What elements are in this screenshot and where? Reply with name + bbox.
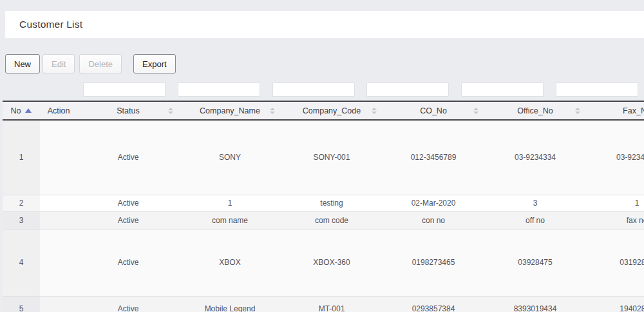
filter-cell-co-no (361, 83, 455, 97)
cell-action (40, 211, 77, 229)
cell-co-no: 0198273465 (383, 229, 484, 296)
filter-company-name-input[interactable] (178, 83, 260, 97)
cell-co-no: 02-Mar-2020 (383, 195, 484, 211)
table-row[interactable]: 1 Active SONY SONY-001 012-3456789 03-92… (3, 120, 644, 195)
cell-company-name: com name (179, 211, 281, 229)
cell-fax-no: 03-9234334 (586, 120, 644, 195)
column-header-company-code[interactable]: Company_Code (281, 101, 383, 120)
filter-status-input[interactable] (83, 83, 166, 97)
column-header-co-no[interactable]: CO_No (383, 101, 484, 120)
cell-fax-no: 03192845 (586, 229, 644, 296)
column-header-fax-no[interactable]: Fax_No (586, 101, 644, 120)
column-header-office-no[interactable]: Office_No (484, 101, 586, 120)
sort-icon (575, 108, 580, 114)
column-filter-row (3, 83, 644, 97)
export-button[interactable]: Export (133, 54, 176, 73)
filter-company-code-input[interactable] (272, 83, 355, 97)
column-label: No (11, 106, 21, 115)
edit-button[interactable]: Edit (43, 54, 75, 73)
cell-office-no: off no (484, 211, 586, 229)
cell-action (40, 229, 77, 296)
cell-co-no: con no (383, 211, 484, 229)
filter-cell-fax-no (549, 83, 644, 97)
column-label: Company_Code (303, 106, 361, 115)
filter-fax-no-input[interactable] (556, 83, 638, 97)
column-label: Action (48, 106, 70, 115)
cell-status: Active (77, 296, 179, 312)
cell-office-no: 3 (484, 195, 586, 211)
cell-no: 4 (3, 229, 40, 296)
delete-button[interactable]: Delete (79, 54, 122, 73)
column-label: Office_No (517, 106, 553, 115)
filter-office-no-input[interactable] (461, 83, 544, 97)
filter-cell-status (77, 83, 172, 97)
table-row[interactable]: 4 Active XBOX XBOX-360 0198273465 039284… (3, 229, 644, 296)
customer-list-screen: Customer List New Edit Delete Export (0, 0, 644, 312)
cell-action (40, 195, 77, 211)
cell-fax-no: 19402843 (586, 296, 644, 312)
column-label: CO_No (420, 106, 447, 115)
cell-no: 1 (3, 120, 40, 195)
filter-cell-office-no (455, 83, 550, 97)
cell-no: 5 (3, 296, 40, 312)
cell-status: Active (77, 120, 179, 195)
new-button[interactable]: New (5, 54, 40, 73)
cell-action (40, 296, 77, 312)
cell-office-no: 8393019434 (484, 296, 586, 312)
table-row[interactable]: 5 Active Mobile Legend MT-001 0293857384… (3, 296, 644, 312)
cell-company-code: testing (281, 195, 383, 211)
filter-cell-company-code (266, 83, 361, 97)
cell-co-no: 012-3456789 (383, 120, 484, 195)
cell-company-code: XBOX-360 (281, 229, 383, 296)
cell-fax-no: 1 (586, 195, 644, 211)
cell-status: Active (77, 211, 179, 229)
cell-company-name: 1 (179, 195, 281, 211)
cell-company-name: SONY (179, 120, 281, 195)
cell-company-name: Mobile Legend (179, 296, 281, 312)
customer-table: No Action Status Company_Name Company_ (3, 101, 644, 312)
column-label: Fax_No (623, 106, 644, 115)
cell-company-name: XBOX (179, 229, 281, 296)
title-bar: Customer List (5, 11, 644, 38)
filter-cell-company-name (172, 83, 267, 97)
cell-status: Active (77, 195, 179, 211)
column-label: Status (117, 106, 139, 115)
sort-icon (270, 108, 275, 114)
cell-no: 2 (3, 195, 40, 211)
sort-icon (473, 108, 478, 114)
cell-co-no: 0293857384 (383, 296, 484, 312)
cell-company-code: com code (281, 211, 383, 229)
cell-no: 3 (3, 211, 40, 229)
column-header-action[interactable]: Action (40, 101, 77, 120)
sort-icon (168, 108, 173, 114)
cell-status: Active (77, 229, 179, 296)
cell-action (40, 120, 77, 195)
header-row: No Action Status Company_Name Company_ (3, 101, 644, 120)
column-header-company-name[interactable]: Company_Name (179, 101, 281, 120)
column-header-no[interactable]: No (3, 101, 40, 120)
toolbar: New Edit Delete Export (5, 54, 644, 73)
filter-co-no-input[interactable] (366, 83, 449, 97)
cell-company-code: SONY-001 (281, 120, 383, 195)
cell-company-code: MT-001 (281, 296, 383, 312)
cell-office-no: 03928475 (484, 229, 586, 296)
table-row[interactable]: 2 Active 1 testing 02-Mar-2020 3 1 (3, 195, 644, 211)
cell-fax-no: fax no (586, 211, 644, 229)
sort-ascending-icon (25, 108, 32, 113)
column-header-status[interactable]: Status (77, 101, 179, 120)
sort-icon (372, 108, 377, 114)
table-row[interactable]: 3 Active com name com code con no off no… (3, 211, 644, 229)
column-label: Company_Name (200, 106, 260, 115)
cell-office-no: 03-9234334 (484, 120, 586, 195)
page-title: Customer List (5, 19, 82, 30)
